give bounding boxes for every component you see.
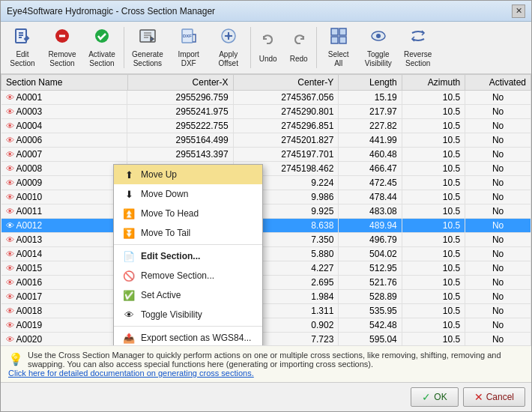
cell-value: 10.5 <box>402 105 465 119</box>
table-row[interactable]: 👁A00190.902542.4810.5No <box>1 318 531 333</box>
cell-value: 10.5 <box>402 261 465 276</box>
cell-value: 10.5 <box>402 304 465 318</box>
context-menu-label: Export section as WGS84... <box>141 333 251 343</box>
cell-section-name: 👁A0001 <box>1 91 128 104</box>
toggle-visibility-icon <box>369 27 387 49</box>
table-row[interactable]: 👁A00109.986478.4410.5No <box>1 190 531 205</box>
cell-value: No <box>465 162 531 176</box>
cell-value: No <box>465 304 531 318</box>
table-row[interactable]: 👁A00072955143.3972745197.701460.4810.5No <box>1 148 531 162</box>
cell-section-name: 👁A0018 <box>1 304 128 318</box>
table-row[interactable]: 👁A00145.880504.0210.5No <box>1 247 531 261</box>
generate-sections-button[interactable]: GenerateSections <box>127 24 169 71</box>
activate-section-label: ActivateSection <box>88 50 115 68</box>
cell-section-name: 👁A0007 <box>1 148 128 161</box>
import-dxf-button[interactable]: DXF ImportDXF <box>169 24 208 71</box>
cell-value: 10.5 <box>402 190 465 205</box>
remove-section-label: RemoveSection <box>48 50 76 68</box>
context-menu-item-remove-section[interactable]: 🚫Remove Section... <box>114 266 262 285</box>
cell-value: 2955164.499 <box>127 133 233 148</box>
context-menu-item-move-to-head[interactable]: ⏫Move To Head <box>114 204 262 223</box>
select-all-button[interactable]: SelectAll <box>319 24 358 71</box>
context-menu-item-edit-section[interactable]: 📄Edit Section... <box>114 246 262 266</box>
cell-value: 483.08 <box>339 205 402 219</box>
eye-icon: 👁 <box>6 278 14 287</box>
table-row[interactable]: 👁A00154.227512.9510.5No <box>1 261 531 276</box>
generate-sections-label: GenerateSections <box>132 50 163 68</box>
remove-section-button[interactable]: RemoveSection <box>43 24 82 71</box>
edit-section-label: EditSection <box>10 50 34 68</box>
cell-value: No <box>465 219 531 233</box>
activate-section-button[interactable]: ActivateSection <box>82 24 121 71</box>
close-button[interactable]: ✕ <box>512 4 525 18</box>
table-row[interactable]: 👁A00171.984528.8910.5No <box>1 290 531 304</box>
table-row[interactable]: 👁A00042955222.7552745296.851227.8210.5No <box>1 119 531 133</box>
apply-offset-label: ApplyOffset <box>218 50 238 68</box>
cell-value: 478.44 <box>339 190 402 205</box>
cell-value: 15.19 <box>339 91 402 105</box>
context-menu-item-move-up[interactable]: ⬆Move Up <box>114 165 262 184</box>
context-menu-item-toggle-visibility[interactable]: 👁Toggle Visibility <box>114 305 262 324</box>
cell-value: No <box>465 276 531 290</box>
cell-section-name: 👁A0016 <box>1 276 128 289</box>
remove-section-icon <box>53 27 71 49</box>
eye-icon: 👁 <box>6 264 14 273</box>
cancel-button[interactable]: ✕ Cancel <box>463 387 525 407</box>
content-area: Section Name Center-X Center-Y Length Az… <box>1 74 531 345</box>
undo-button[interactable]: Undo <box>253 24 283 71</box>
context-menu-separator <box>114 244 262 245</box>
cell-value: 10.5 <box>402 176 465 190</box>
context-menu-item-export-wgs84[interactable]: 📤Export section as WGS84... <box>114 328 262 345</box>
table-row[interactable]: 👁A00128.638489.9410.5No <box>1 219 531 233</box>
ok-button[interactable]: ✓ OK <box>411 387 458 407</box>
context-menu-label: Toggle Visibility <box>141 309 202 320</box>
cell-value: No <box>465 233 531 247</box>
reverse-section-button[interactable]: ReverseSection <box>399 24 438 71</box>
svg-text:DXF: DXF <box>183 34 192 38</box>
separator-3 <box>316 27 317 68</box>
cell-value: No <box>465 91 531 105</box>
activate-section-icon <box>93 27 111 49</box>
table-row[interactable]: 👁A00181.311535.9510.5No <box>1 304 531 318</box>
table-row[interactable]: 👁A00137.350496.7910.5No <box>1 233 531 247</box>
col-azimuth: Azimuth <box>402 75 465 91</box>
table-row[interactable]: 👁A00207.723595.0410.5No <box>1 333 531 346</box>
table-row[interactable]: 👁A00032955241.9752745290.801217.9710.5No <box>1 105 531 119</box>
cell-value: 528.89 <box>339 290 402 304</box>
table-row[interactable]: 👁A00082955123.1982745198.462466.4710.5No <box>1 162 531 176</box>
cell-section-name: 👁A0004 <box>1 119 128 133</box>
context-menu-item-set-active[interactable]: ✅Set Active <box>114 285 262 305</box>
footer-link[interactable]: Click here for detailed documentation on… <box>8 369 254 378</box>
eye-icon: 👁 <box>6 121 14 130</box>
up-icon: ⬆ <box>123 169 135 181</box>
edit-section-button[interactable]: EditSection <box>3 24 42 71</box>
table-row[interactable]: 👁A00162.695521.7610.5No <box>1 276 531 290</box>
undo-icon <box>259 31 277 53</box>
cell-value: 227.82 <box>339 119 402 133</box>
table-row[interactable]: 👁A00099.224472.4510.5No <box>1 176 531 190</box>
cell-value: 10.5 <box>402 290 465 304</box>
context-menu-item-move-to-tail[interactable]: ⏬Move To Tail <box>114 223 262 243</box>
eye-icon: 👁 <box>6 321 14 330</box>
apply-offset-button[interactable]: ApplyOffset <box>209 24 248 71</box>
toggle-visibility-button[interactable]: ToggleVisibility <box>359 24 398 71</box>
cell-value: 2745290.801 <box>233 105 339 119</box>
table-row[interactable]: 👁A00012955296.7592745367.05615.1910.5No <box>1 91 531 105</box>
col-activated: Activated <box>465 75 531 91</box>
context-menu-item-move-down[interactable]: ⬇Move Down <box>114 184 262 204</box>
table-row[interactable]: 👁A00119.925483.0810.5No <box>1 205 531 219</box>
toolbar: EditSection RemoveSection ActivateSectio… <box>1 22 531 74</box>
cell-value: 595.04 <box>339 333 402 346</box>
reverse-section-icon <box>409 27 427 49</box>
check-green-icon: ✅ <box>123 289 135 301</box>
redo-button[interactable]: Redo <box>284 24 314 71</box>
redo-label: Redo <box>290 55 308 64</box>
cancel-label: Cancel <box>486 392 514 402</box>
eye-icon: 👁 <box>6 335 14 344</box>
context-menu-label: Move Down <box>141 189 188 199</box>
table-container[interactable]: Section Name Center-X Center-Y Length Az… <box>1 74 531 345</box>
svg-point-6 <box>95 29 109 43</box>
table-row[interactable]: 👁A00062955164.4992745201.827441.9910.5No <box>1 133 531 148</box>
cell-value: No <box>465 190 531 205</box>
cell-section-name: 👁A0010 <box>1 190 128 204</box>
